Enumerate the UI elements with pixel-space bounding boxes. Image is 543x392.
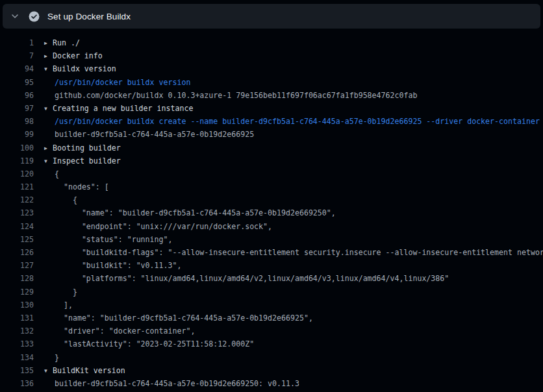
log-line-row: 96github.com/docker/buildx 0.10.3+azure-… bbox=[0, 89, 543, 102]
output-text: "endpoint": "unix:///var/run/docker.sock… bbox=[55, 222, 272, 231]
log-line-row: 95/usr/bin/docker buildx version bbox=[0, 76, 543, 89]
log-line-content: ], bbox=[34, 299, 543, 312]
log-line-content: { bbox=[34, 167, 543, 180]
log-line-content: "nodes": [ bbox=[34, 180, 543, 193]
output-text: { bbox=[55, 195, 77, 204]
log-line-content: ▶Booting builder bbox=[34, 141, 543, 154]
line-number[interactable]: 129 bbox=[0, 286, 34, 299]
line-number[interactable]: 1 bbox=[0, 36, 34, 49]
chevron-down-icon-svg bbox=[11, 12, 19, 20]
log-line-row: 130 ], bbox=[0, 299, 543, 312]
group-title: Booting builder bbox=[53, 143, 121, 153]
log-line-content: "buildkit": "v0.11.3", bbox=[34, 259, 543, 272]
triangle-collapsed-icon[interactable]: ▶ bbox=[44, 142, 53, 154]
log-group-row[interactable]: 119▼Inspect builder bbox=[0, 154, 543, 167]
line-number[interactable]: 128 bbox=[0, 272, 34, 285]
log-line-row: 125 "status": "running", bbox=[0, 233, 543, 246]
line-number[interactable]: 135 bbox=[0, 364, 34, 377]
line-number[interactable]: 136 bbox=[0, 377, 34, 390]
log-line-content: ▼Creating a new builder instance bbox=[34, 102, 543, 115]
log-line-row: 121 "nodes": [ bbox=[0, 180, 543, 193]
output-text: ], bbox=[55, 300, 73, 310]
line-number[interactable]: 121 bbox=[0, 180, 34, 193]
line-number[interactable]: 130 bbox=[0, 299, 34, 312]
line-number[interactable]: 134 bbox=[0, 351, 34, 364]
output-text: "status": "running", bbox=[55, 235, 172, 244]
line-number[interactable]: 122 bbox=[0, 193, 34, 206]
command-text: /usr/bin/docker buildx version bbox=[55, 78, 190, 87]
group-title: Creating a new builder instance bbox=[53, 104, 193, 113]
line-number[interactable]: 123 bbox=[0, 206, 34, 219]
line-number[interactable]: 100 bbox=[0, 141, 34, 154]
log-line-row: 122 { bbox=[0, 193, 543, 206]
log-line-content: { bbox=[34, 193, 543, 206]
log-line-row: 136builder-d9cfb5a1-c764-445a-a57e-0b19d… bbox=[0, 377, 543, 390]
line-number[interactable]: 7 bbox=[0, 49, 34, 62]
triangle-collapsed-icon[interactable]: ▶ bbox=[44, 37, 53, 49]
log-line-row: 129 } bbox=[0, 286, 543, 299]
output-text: "lastActivity": "2023-02-25T11:58:12.000… bbox=[55, 339, 254, 349]
log-line-content: "driver": "docker-container", bbox=[34, 325, 543, 337]
line-number[interactable]: 132 bbox=[0, 325, 34, 337]
log-line-content: } bbox=[34, 286, 543, 299]
log-line-content: "endpoint": "unix:///var/run/docker.sock… bbox=[34, 220, 543, 233]
line-number[interactable]: 125 bbox=[0, 233, 34, 246]
output-text: "nodes": [ bbox=[55, 182, 109, 191]
line-number[interactable]: 131 bbox=[0, 312, 34, 325]
line-number[interactable]: 94 bbox=[0, 62, 34, 75]
log-group-row[interactable]: 135▼BuildKit version bbox=[0, 364, 543, 377]
command-text: /usr/bin/docker buildx create --name bui… bbox=[55, 117, 540, 126]
log-group-row[interactable]: 94▼Buildx version bbox=[0, 62, 543, 75]
log-line-content: } bbox=[34, 351, 543, 364]
log-line-row: 132 "driver": "docker-container", bbox=[0, 325, 543, 337]
triangle-expanded-icon[interactable]: ▼ bbox=[44, 365, 53, 377]
log-line-row: 127 "buildkit": "v0.11.3", bbox=[0, 259, 543, 272]
output-text: builder-d9cfb5a1-c764-445a-a57e-0b19d2e6… bbox=[55, 130, 254, 139]
step-header-set-up-docker-buildx[interactable]: Set up Docker Buildx bbox=[3, 4, 540, 29]
log-line-content: ▼BuildKit version bbox=[34, 364, 543, 377]
line-number[interactable]: 99 bbox=[0, 128, 34, 141]
output-text: "buildkit": "v0.11.3", bbox=[55, 261, 181, 270]
log-line-content: /usr/bin/docker buildx version bbox=[34, 76, 543, 89]
output-text: "buildkitd-flags": "--allow-insecure-ent… bbox=[55, 248, 543, 257]
triangle-expanded-icon[interactable]: ▼ bbox=[44, 63, 53, 75]
line-number[interactable]: 96 bbox=[0, 89, 34, 102]
log-line-content: github.com/docker/buildx 0.10.3+azure-1 … bbox=[34, 89, 543, 102]
line-number[interactable]: 127 bbox=[0, 259, 34, 272]
log-group-row[interactable]: 97▼Creating a new builder instance bbox=[0, 102, 543, 115]
step-success-check-icon bbox=[29, 11, 40, 22]
line-number[interactable]: 95 bbox=[0, 76, 34, 89]
log-line-content: /usr/bin/docker buildx create --name bui… bbox=[34, 115, 543, 128]
log-line-row: 124 "endpoint": "unix:///var/run/docker.… bbox=[0, 220, 543, 233]
log-group-row[interactable]: 7▶Docker info bbox=[0, 49, 543, 62]
log-line-row: 120{ bbox=[0, 167, 543, 180]
output-text: } bbox=[55, 353, 59, 362]
line-number[interactable]: 126 bbox=[0, 246, 34, 259]
triangle-collapsed-icon[interactable]: ▶ bbox=[44, 50, 53, 62]
log-line-content: "name": "builder-d9cfb5a1-c764-445a-a57e… bbox=[34, 312, 543, 325]
line-number[interactable]: 97 bbox=[0, 102, 34, 115]
chevron-down-icon[interactable] bbox=[10, 12, 19, 21]
log-line-content: "name": "builder-d9cfb5a1-c764-445a-a57e… bbox=[34, 206, 543, 219]
line-number[interactable]: 119 bbox=[0, 154, 34, 167]
output-text: github.com/docker/buildx 0.10.3+azure-1 … bbox=[55, 91, 417, 100]
log-group-row[interactable]: 1▶Run ./ bbox=[0, 36, 543, 49]
output-text: { bbox=[55, 169, 59, 178]
output-text: "name": "builder-d9cfb5a1-c764-445a-a57e… bbox=[55, 208, 336, 217]
line-number[interactable]: 98 bbox=[0, 115, 34, 128]
log-line-row: 123 "name": "builder-d9cfb5a1-c764-445a-… bbox=[0, 206, 543, 219]
group-title: Inspect builder bbox=[53, 156, 121, 165]
line-number[interactable]: 120 bbox=[0, 167, 34, 180]
group-title: Run ./ bbox=[53, 38, 80, 47]
triangle-expanded-icon[interactable]: ▼ bbox=[44, 103, 53, 115]
output-text: builder-d9cfb5a1-c764-445a-a57e-0b19d2e6… bbox=[55, 379, 299, 388]
line-number[interactable]: 133 bbox=[0, 337, 34, 350]
triangle-expanded-icon[interactable]: ▼ bbox=[44, 155, 53, 167]
log-line-row: 126 "buildkitd-flags": "--allow-insecure… bbox=[0, 246, 543, 259]
log-line-row: 131 "name": "builder-d9cfb5a1-c764-445a-… bbox=[0, 312, 543, 325]
output-text: "name": "builder-d9cfb5a1-c764-445a-a57e… bbox=[55, 313, 313, 323]
line-number[interactable]: 124 bbox=[0, 220, 34, 233]
log-group-row[interactable]: 100▶Booting builder bbox=[0, 141, 543, 154]
log-line-content: ▶Docker info bbox=[34, 49, 543, 62]
output-text: "platforms": "linux/amd64,linux/amd64/v2… bbox=[55, 274, 449, 283]
